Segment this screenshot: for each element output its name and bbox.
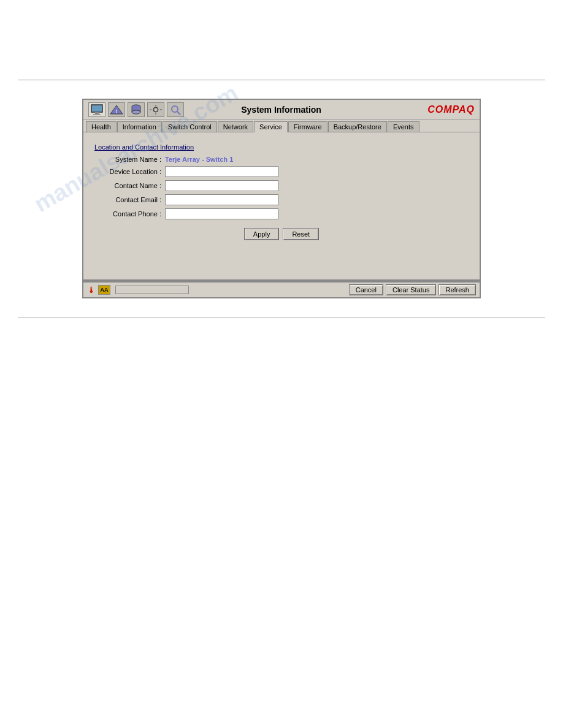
- status-bar: 🌡 AA Cancel Clear Status Refresh: [83, 282, 480, 297]
- input-contact-name[interactable]: [165, 180, 278, 191]
- form-row-contact-phone: Contact Phone :: [94, 208, 469, 219]
- form-panel: Location and Contact Information System …: [90, 138, 473, 245]
- tab-backup-restore[interactable]: Backup/Restore: [328, 121, 387, 132]
- label-device-location: Device Location :: [94, 168, 165, 175]
- input-device-location[interactable]: [165, 166, 278, 177]
- tab-firmware[interactable]: Firmware: [288, 121, 327, 132]
- form-row-device-location: Device Location :: [94, 166, 469, 177]
- label-contact-name: Contact Name :: [94, 182, 165, 189]
- content-area: Location and Contact Information System …: [83, 132, 480, 279]
- reset-button[interactable]: Reset: [283, 228, 319, 240]
- top-rule: [18, 80, 545, 80]
- svg-rect-0: [91, 105, 102, 112]
- tab-network[interactable]: Network: [218, 121, 253, 132]
- label-contact-phone: Contact Phone :: [94, 210, 165, 218]
- svg-rect-1: [95, 112, 99, 114]
- tab-information[interactable]: Information: [117, 121, 162, 132]
- aa-icon: AA: [98, 285, 110, 295]
- form-row-system-name: System Name : Terje Array - Switch 1: [94, 156, 469, 163]
- thermometer-icon: 🌡: [87, 285, 96, 295]
- form-row-contact-name: Contact Name :: [94, 180, 469, 191]
- compaq-logo: COMPAQ: [427, 104, 475, 115]
- svg-rect-2: [93, 114, 101, 115]
- svg-text:!: !: [116, 108, 118, 114]
- app-window: !: [82, 99, 481, 298]
- tab-service[interactable]: Service: [254, 121, 288, 132]
- app-container: manualsarchive.com: [82, 99, 481, 298]
- status-buttons: Cancel Clear Status Refresh: [349, 284, 476, 295]
- cancel-button[interactable]: Cancel: [349, 284, 383, 295]
- refresh-button[interactable]: Refresh: [439, 284, 476, 295]
- tab-bar: Health Information Switch Control Networ…: [83, 120, 480, 132]
- button-row: Apply Reset: [94, 228, 469, 240]
- input-contact-phone[interactable]: [165, 208, 278, 219]
- app-title: System Information: [135, 105, 427, 115]
- label-system-name: System Name :: [94, 156, 165, 163]
- section-title: Location and Contact Information: [94, 143, 469, 151]
- form-row-contact-email: Contact Email :: [94, 194, 469, 205]
- bottom-rule: [18, 317, 545, 317]
- value-system-name: Terje Array - Switch 1: [165, 156, 233, 163]
- tab-health[interactable]: Health: [86, 121, 117, 132]
- title-bar: !: [83, 100, 480, 120]
- input-contact-email[interactable]: [165, 194, 278, 205]
- clear-status-button[interactable]: Clear Status: [386, 284, 437, 295]
- label-contact-email: Contact Email :: [94, 196, 165, 203]
- tab-events[interactable]: Events: [388, 121, 419, 132]
- alert-icon: !: [108, 102, 125, 117]
- apply-button[interactable]: Apply: [244, 228, 280, 240]
- progress-bar: [115, 286, 189, 294]
- monitor-icon: [88, 102, 105, 117]
- tab-switch-control[interactable]: Switch Control: [163, 121, 217, 132]
